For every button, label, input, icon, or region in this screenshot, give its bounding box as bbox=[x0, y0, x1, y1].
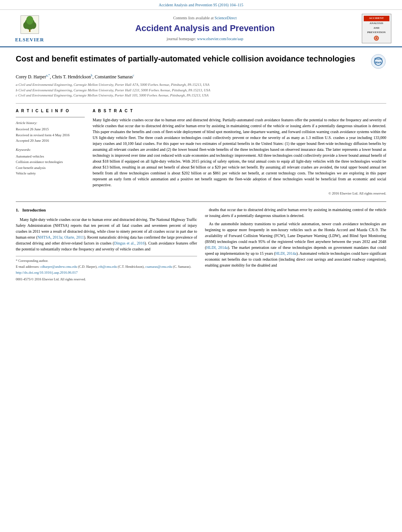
ref-hldi-2014a-2[interactable]: HLDI, 2014a bbox=[275, 251, 296, 256]
abstract-heading: A B S T R A C T bbox=[93, 108, 386, 114]
author3-name: , Constantine Samaras bbox=[93, 74, 133, 79]
contents-line: Contents lists available at ScienceDirec… bbox=[51, 15, 359, 21]
revised-date: Received in revised form 4 May 2016 bbox=[16, 133, 85, 138]
issn-line: 0001-4575/© 2016 Elsevier Ltd. All right… bbox=[16, 277, 197, 282]
badge-line3: AND bbox=[373, 26, 379, 31]
affiliation-c: c Civil and Environmental Engineering, C… bbox=[16, 93, 386, 98]
intro-number: 1. bbox=[16, 208, 19, 212]
ref-hldi-2014a[interactable]: HLDI, 2014a bbox=[206, 245, 228, 250]
article-info-heading: A R T I C L E I N F O bbox=[16, 108, 85, 114]
body-left-col: 1. Introduction Many light-duty vehicle … bbox=[16, 207, 197, 282]
intro-paragraph1: Many light-duty vehicle crashes occur du… bbox=[16, 217, 197, 252]
received-date: Received 26 June 2015 bbox=[16, 127, 85, 132]
intro-heading: 1. Introduction bbox=[16, 207, 197, 213]
elsevier-brand-text: ELSEVIER bbox=[15, 36, 44, 43]
doi-line[interactable]: http://dx.doi.org/10.1016/j.aap.2016.06.… bbox=[16, 270, 197, 276]
history-label: Article history: bbox=[16, 120, 85, 126]
article-title-section: Cost and benefit estimates of partially-… bbox=[16, 54, 386, 69]
article-content: Cost and benefit estimates of partially-… bbox=[0, 47, 402, 286]
page-wrapper: Accident Analysis and Prevention 95 (201… bbox=[0, 0, 402, 532]
body-divider bbox=[16, 201, 386, 202]
author1-sup: a,* bbox=[46, 74, 50, 77]
keyword-1: Automated vehicles bbox=[16, 154, 85, 159]
journal-header: ELSEVIER Contents lists available at Sci… bbox=[0, 10, 402, 47]
elsevier-logo: ELSEVIER bbox=[15, 14, 44, 43]
top-divider bbox=[16, 103, 386, 104]
body-text-section: 1. Introduction Many light-duty vehicle … bbox=[16, 207, 386, 282]
footnote-corresponding: * Corresponding author. bbox=[16, 259, 197, 263]
journal-title: Accident Analysis and Prevention bbox=[51, 22, 359, 35]
keyword-4: Vehicle safety bbox=[16, 171, 85, 176]
affiliation-b: b Civil and Environmental Engineering, C… bbox=[16, 88, 386, 93]
article-info-col: A R T I C L E I N F O Article history: R… bbox=[16, 108, 85, 196]
svg-point-5 bbox=[26, 16, 33, 25]
affiliation-a: a Civil and Environmental Engineering, C… bbox=[16, 82, 386, 88]
accepted-date: Accepted 20 June 2016 bbox=[16, 138, 85, 143]
email3-link[interactable]: csamaras@cmu.edu bbox=[145, 265, 172, 269]
ref-nhtsa[interactable]: NHTSA, 2013a; Olarte, 2011 bbox=[37, 235, 84, 239]
svg-point-8 bbox=[376, 37, 377, 39]
footnotes-section: * Corresponding author. E-mail addresses… bbox=[16, 256, 197, 282]
journal-homepage-line: journal homepage: www.elsevier.com/locat… bbox=[51, 36, 359, 42]
badge-line1: ACCIDENT bbox=[364, 16, 389, 21]
ref-dingus[interactable]: Dingus et al., 2016 bbox=[114, 241, 145, 245]
svg-text:Mark: Mark bbox=[375, 61, 382, 64]
journal-title-area: Contents lists available at ScienceDirec… bbox=[51, 15, 359, 42]
doi-link[interactable]: http://dx.doi.org/10.1016/j.aap.2016.06.… bbox=[16, 271, 78, 274]
elsevier-tree-icon bbox=[19, 14, 41, 35]
journal-badge-area: ACCIDENT ANALYSIS AND PREVENTION bbox=[359, 14, 394, 43]
email1-link[interactable]: cdharper@andrew.cmu.edu bbox=[40, 265, 77, 269]
author3-sup: c bbox=[133, 74, 134, 77]
keyword-3: Cost-benefit analysis bbox=[16, 165, 85, 171]
crossmark-badge-icon[interactable]: Cross Mark bbox=[370, 54, 386, 69]
sciencedirect-link[interactable]: ScienceDirect bbox=[214, 16, 236, 20]
badge-line2: ANALYSIS bbox=[370, 21, 383, 26]
journal-url-link[interactable]: www.elsevier.com/locate/aap bbox=[197, 37, 243, 41]
body-right-para2: As the automobile industry transitions t… bbox=[205, 221, 386, 268]
article-info-abstract-section: A R T I C L E I N F O Article history: R… bbox=[16, 108, 386, 196]
badge-line4: PREVENTION bbox=[367, 30, 386, 35]
badge-icon bbox=[370, 35, 382, 41]
authors-line: Corey D. Harpera,*, Chris T. Hendrickson… bbox=[16, 73, 386, 80]
journal-citation[interactable]: Accident Analysis and Prevention 95 (201… bbox=[0, 0, 402, 10]
journal-badge: ACCIDENT ANALYSIS AND PREVENTION bbox=[362, 14, 391, 43]
abstract-col: A B S T R A C T Many light-duty vehicle … bbox=[93, 108, 386, 196]
keywords-label: Keywords: bbox=[16, 147, 85, 152]
copyright-line: © 2016 Elsevier Ltd. All rights reserved… bbox=[93, 191, 386, 196]
author2-name: , Chris T. Hendrickson bbox=[50, 74, 91, 79]
abstract-text: Many light-duty vehicle crashes occur du… bbox=[93, 117, 386, 188]
author1-name: Corey D. Harper bbox=[16, 74, 46, 79]
email2-link[interactable]: cth@cmu.edu bbox=[98, 265, 117, 269]
affiliations: a Civil and Environmental Engineering, C… bbox=[16, 82, 386, 98]
intro-title: Introduction bbox=[22, 208, 46, 212]
keyword-2: Collision avoidance technologies bbox=[16, 159, 85, 165]
article-info-divider bbox=[16, 117, 85, 117]
footnote-emails: E-mail addresses: cdharper@andrew.cmu.ed… bbox=[16, 265, 197, 269]
article-title: Cost and benefit estimates of partially-… bbox=[16, 54, 365, 64]
body-right-col: deaths that occur due to distracted driv… bbox=[205, 207, 386, 282]
body-right-para1: deaths that occur due to distracted driv… bbox=[205, 207, 386, 219]
elsevier-logo-area: ELSEVIER bbox=[8, 14, 51, 43]
journal-citation-text: Accident Analysis and Prevention 95 (201… bbox=[159, 3, 244, 7]
